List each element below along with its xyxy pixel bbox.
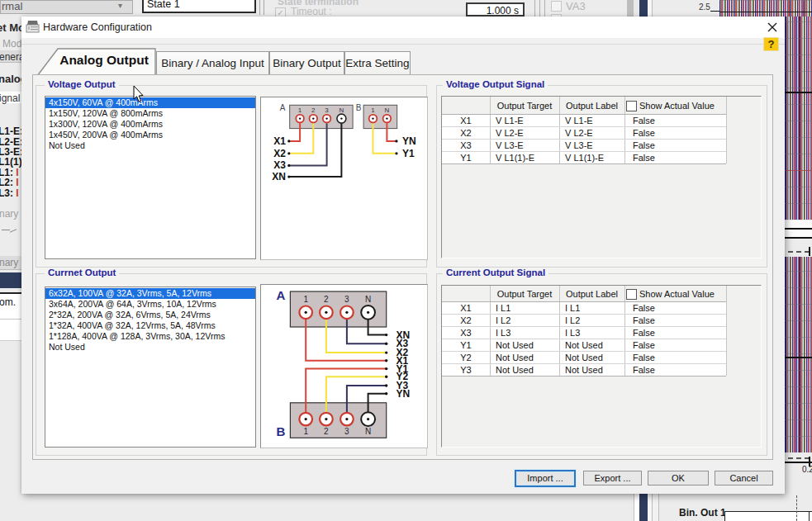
svg-text:X3: X3 bbox=[273, 159, 286, 171]
svg-text:3: 3 bbox=[344, 295, 349, 304]
svg-text:N: N bbox=[365, 427, 371, 436]
svg-text:2: 2 bbox=[324, 427, 329, 436]
svg-text:1: 1 bbox=[298, 107, 302, 114]
svg-text:2: 2 bbox=[311, 107, 316, 114]
svg-text:2: 2 bbox=[324, 295, 329, 304]
svg-text:1: 1 bbox=[303, 427, 308, 436]
svg-text:1: 1 bbox=[371, 107, 375, 114]
svg-text:YN: YN bbox=[397, 388, 411, 400]
svg-text:3: 3 bbox=[325, 107, 329, 114]
svg-text:YN: YN bbox=[402, 135, 416, 147]
svg-text:B: B bbox=[356, 103, 362, 112]
svg-text:N: N bbox=[365, 295, 371, 304]
svg-text:3: 3 bbox=[344, 427, 349, 436]
svg-text:1: 1 bbox=[303, 295, 308, 304]
svg-text:XN: XN bbox=[272, 171, 286, 182]
svg-text:N: N bbox=[385, 107, 390, 114]
svg-text:X1: X1 bbox=[273, 135, 286, 147]
svg-text:B: B bbox=[277, 424, 286, 438]
svg-text:A: A bbox=[277, 288, 286, 302]
svg-text:A: A bbox=[280, 103, 286, 112]
svg-text:N: N bbox=[340, 107, 344, 114]
svg-text:X2: X2 bbox=[273, 148, 286, 159]
svg-text:Y1: Y1 bbox=[402, 148, 415, 159]
